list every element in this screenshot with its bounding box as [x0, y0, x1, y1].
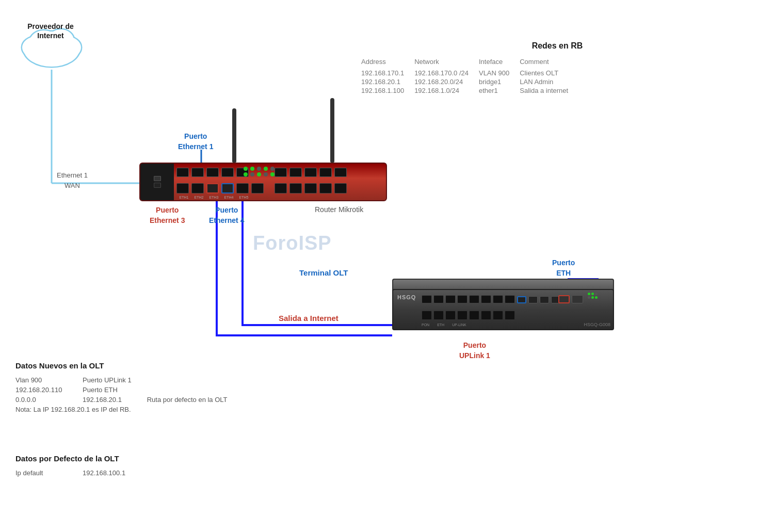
- antenna-left: [232, 108, 236, 163]
- table-row: 192.168.20.1 192.168.20.0/24 bridge1 LAN…: [361, 77, 568, 86]
- data-cell: Ruta por defecto en la OLT: [147, 395, 228, 405]
- router-mikrotik-label: Router Mikrotik: [315, 205, 363, 214]
- data-cell: Nota: La IP 192.168.20.1 es IP del RB.: [15, 405, 228, 414]
- address-cell: 192.168.170.1: [361, 69, 414, 77]
- redes-rb-title: Redes en RB: [351, 41, 764, 51]
- redes-rb-section: Redes en RB Address Network Inteface Com…: [351, 41, 764, 95]
- col-header-comment: Comment: [520, 57, 568, 69]
- table-row: 192.168.170.1 192.168.170.0 /24 VLAN 900…: [361, 69, 568, 77]
- network-cell: 192.168.170.0 /24: [414, 69, 479, 77]
- interface-cell: bridge1: [479, 77, 520, 86]
- datos-nuevos-section: Datos Nuevos en la OLT Vlan 900 Puerto U…: [15, 361, 325, 414]
- list-item: Nota: La IP 192.168.20.1 es IP del RB.: [15, 405, 228, 414]
- data-cell: 192.168.20.1: [83, 395, 147, 405]
- data-cell: Vlan 900: [15, 375, 83, 385]
- puerto-eth3-label: Puerto Ethernet 3: [150, 205, 185, 225]
- data-cell: Ip default: [15, 468, 83, 478]
- list-item: Ip default 192.168.100.1: [15, 468, 125, 478]
- diagram-container: Proveedor de Internet Ethernet 1 WAN: [0, 0, 774, 532]
- puerto-eth4-label: Puerto Ethernet 4: [209, 205, 244, 225]
- network-cell: 192.168.1.0/24: [414, 86, 479, 95]
- datos-defecto-section: Datos por Defecto de la OLT Ip default 1…: [15, 454, 222, 478]
- comment-cell: LAN Admin: [520, 77, 568, 86]
- address-cell: 192.168.1.100: [361, 86, 414, 95]
- list-item: 192.168.20.110 Puerto ETH: [15, 385, 228, 395]
- network-cell: 192.168.20.0/24: [414, 77, 479, 86]
- list-item: 0.0.0.0 192.168.20.1 Ruta por defecto en…: [15, 395, 228, 405]
- router-body: ETH1 ETH2 ETH3 ETH4 ETH5: [139, 163, 387, 201]
- cloud-label: Proveedor de Internet: [20, 22, 82, 40]
- col-header-interface: Inteface: [479, 57, 520, 69]
- datos-nuevos-title: Datos Nuevos en la OLT: [15, 361, 325, 370]
- data-cell: [147, 385, 228, 395]
- data-cell: Puerto ETH: [83, 385, 147, 395]
- col-header-address: Address: [361, 57, 414, 69]
- interface-cell: VLAN 900: [479, 69, 520, 77]
- interface-cell: ether1: [479, 86, 520, 95]
- comment-cell: Clientes OLT: [520, 69, 568, 77]
- list-item: Vlan 900 Puerto UPLink 1: [15, 375, 228, 385]
- terminal-olt-label: Terminal OLT: [299, 268, 348, 277]
- table-row: 192.168.1.100 192.168.1.0/24 ether1 Sali…: [361, 86, 568, 95]
- olt-body: HSGQ: [392, 289, 614, 330]
- puerto-eth-label: Puerto ETH: [552, 258, 575, 278]
- watermark: ForoISP: [253, 232, 332, 254]
- col-header-network: Network: [414, 57, 479, 69]
- antenna-right: [330, 98, 334, 163]
- salida-internet-label: Salida a Internet: [279, 314, 338, 323]
- data-cell: 192.168.20.110: [15, 385, 83, 395]
- data-cell: Puerto UPLink 1: [83, 375, 147, 385]
- ethernet-wan-label: Ethernet 1 WAN: [57, 170, 88, 190]
- olt-brand-label: HSGQ: [397, 294, 416, 300]
- comment-cell: Salida a internet: [520, 86, 568, 95]
- datos-defecto-title: Datos por Defecto de la OLT: [15, 454, 222, 463]
- address-cell: 192.168.20.1: [361, 77, 414, 86]
- olt-model-label: HSGQ-G008: [584, 322, 610, 327]
- puerto-eth1-label: Puerto Ethernet 1: [178, 132, 213, 152]
- data-cell: [147, 375, 228, 385]
- data-cell: 192.168.100.1: [83, 468, 125, 478]
- puerto-uplink1-label: Puerto UPLink 1: [459, 341, 490, 361]
- data-cell: 0.0.0.0: [15, 395, 83, 405]
